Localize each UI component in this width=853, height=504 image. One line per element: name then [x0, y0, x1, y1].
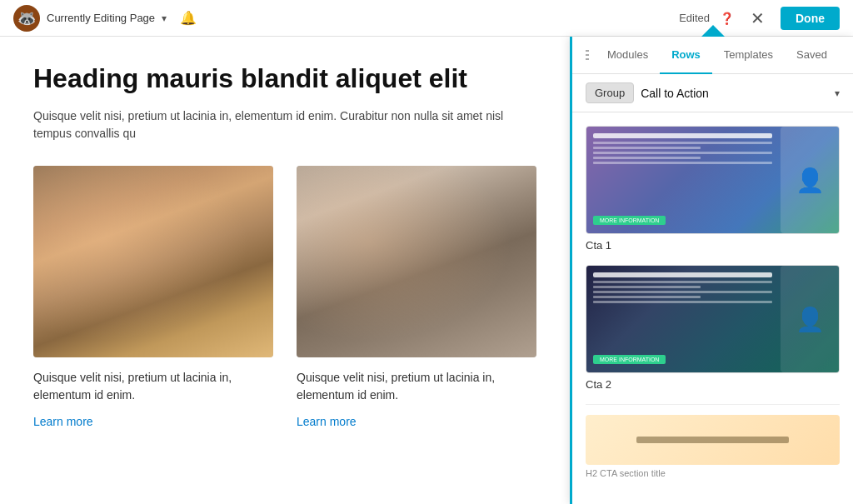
- card-1: Quisque velit nisi, pretium ut lacinia i…: [33, 166, 273, 429]
- chevron-down-icon: ▾: [835, 87, 840, 99]
- thumb-btn-1: MORE INFORMATION: [593, 216, 666, 225]
- template-cta1[interactable]: MORE INFORMATION 👤 Cta 1: [586, 126, 840, 252]
- chevron-down-icon[interactable]: ▾: [162, 12, 167, 24]
- thumb-line-1a: [593, 142, 772, 144]
- thumb-line-2c: [593, 291, 772, 293]
- thumb-title-bar-1: [593, 133, 772, 138]
- thumb-person-2: 👤: [781, 266, 839, 372]
- panel-arrow: [701, 25, 725, 37]
- card-1-image: [33, 166, 273, 357]
- card-2-learn-more-link[interactable]: Learn more: [297, 415, 357, 428]
- cta-dropdown[interactable]: Call to Action ▾: [641, 87, 840, 100]
- cta-dropdown-label: Call to Action: [641, 87, 709, 100]
- thumb-line-2d: [593, 296, 701, 298]
- page-subtext: Quisque velit nisi, pretium ut lacinia i…: [33, 107, 536, 142]
- group-badge[interactable]: Group: [586, 82, 634, 103]
- card-1-learn-more-link[interactable]: Learn more: [33, 415, 93, 428]
- template-cta1-name: Cta 1: [586, 239, 840, 252]
- right-panel: Modules Rows Templates Saved Group Call …: [570, 37, 853, 504]
- drag-handle[interactable]: [579, 40, 596, 70]
- card-2: Quisque velit nisi, pretium ut lacinia i…: [297, 166, 536, 429]
- partial-title-bar: [636, 437, 789, 443]
- card-2-image: [297, 166, 536, 357]
- partial-template-card[interactable]: H2 CTA section title: [586, 404, 840, 478]
- logo-icon: 🦝: [13, 5, 40, 32]
- tab-templates[interactable]: Templates: [712, 37, 785, 74]
- thumb-line-1c: [593, 152, 772, 154]
- page-title-label: Currently Editing Page: [47, 12, 155, 24]
- thumb-line-1d: [593, 157, 701, 159]
- topbar: 🦝 Currently Editing Page ▾ 🔔 Edited ❓ ✕ …: [0, 0, 853, 37]
- thumb-line-2b: [593, 286, 701, 288]
- template-cta2[interactable]: MORE INFORMATION 👤 Cta 2: [586, 265, 840, 391]
- drag-line-3: [586, 58, 589, 60]
- panel-tabs: Modules Rows Templates Saved: [572, 37, 853, 74]
- card-1-text: Quisque velit nisi, pretium ut lacinia i…: [33, 369, 273, 404]
- template-cta2-name: Cta 2: [586, 378, 840, 391]
- page-editor: Heading mauris blandit aliquet elit Quis…: [0, 37, 570, 504]
- cards-row: Quisque velit nisi, pretium ut lacinia i…: [33, 166, 536, 429]
- tab-rows[interactable]: Rows: [660, 37, 712, 74]
- tab-modules[interactable]: Modules: [596, 37, 660, 74]
- edited-label: Edited: [679, 12, 710, 24]
- panel-content[interactable]: MORE INFORMATION 👤 Cta 1: [572, 112, 853, 504]
- card-2-text: Quisque velit nisi, pretium ut lacinia i…: [297, 369, 536, 404]
- drag-line-2: [586, 54, 589, 56]
- logo-emoji: 🦝: [17, 9, 36, 27]
- thumb-person-1: 👤: [781, 127, 839, 233]
- template-cta2-thumb: MORE INFORMATION 👤: [586, 265, 840, 373]
- thumb-btn-2: MORE INFORMATION: [593, 355, 666, 364]
- template-cta1-thumb: MORE INFORMATION 👤: [586, 126, 840, 234]
- partial-thumb: [586, 415, 840, 465]
- thumb-line-2e: [593, 301, 772, 303]
- thumb-text-block-2: [593, 272, 772, 306]
- thumb-text-block-1: [593, 133, 772, 167]
- main-area: Heading mauris blandit aliquet elit Quis…: [0, 37, 853, 504]
- thumb-line-2a: [593, 281, 772, 283]
- tab-saved[interactable]: Saved: [785, 37, 839, 74]
- group-row: Group Call to Action ▾: [572, 74, 853, 112]
- drag-line-1: [586, 50, 589, 52]
- topbar-left: 🦝 Currently Editing Page ▾ 🔔: [13, 5, 197, 32]
- page-heading: Heading mauris blandit aliquet elit: [33, 63, 536, 94]
- thumb-line-1e: [593, 162, 772, 164]
- close-button[interactable]: ✕: [744, 5, 771, 32]
- done-button[interactable]: Done: [781, 7, 840, 30]
- thumb-line-1b: [593, 147, 701, 149]
- help-icon[interactable]: ❓: [720, 12, 734, 25]
- thumb-title-bar-2: [593, 272, 772, 277]
- partial-label: H2 CTA section title: [586, 468, 840, 478]
- notification-bell-icon[interactable]: 🔔: [180, 10, 197, 26]
